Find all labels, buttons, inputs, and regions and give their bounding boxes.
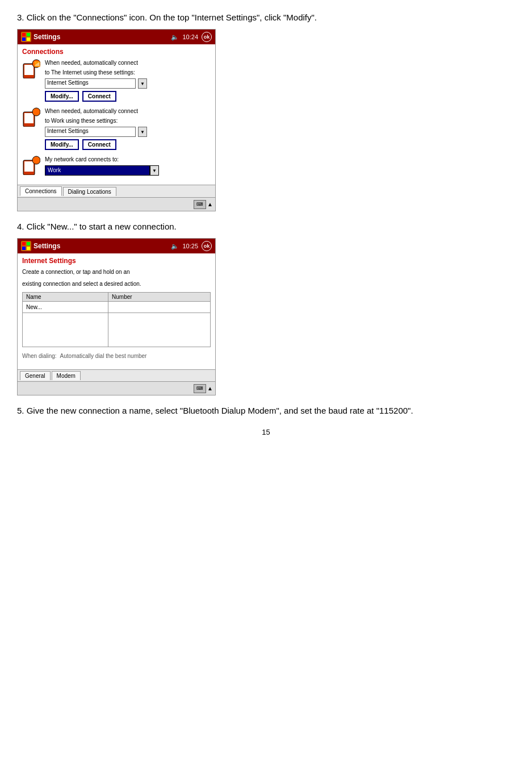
connections-tabs: Connections Dialing Locations <box>18 185 215 197</box>
windows-logo: Settings <box>21 32 60 42</box>
inet-desc-line2: existing connection and select a desired… <box>22 280 211 288</box>
windows-logo-icon <box>21 32 31 42</box>
inet-new-row[interactable]: New... <box>23 302 211 313</box>
inet-tab-modem[interactable]: Modem <box>52 371 81 380</box>
expand-icon[interactable]: ▲ <box>207 201 213 207</box>
work-desc-line2: to Work using these settings: <box>45 117 211 124</box>
inet-table-col-name: Name <box>23 293 108 302</box>
inet-desc-line1: Create a connection, or tap and hold on … <box>22 268 211 276</box>
network-card-info: My network card connects to: Work ▼ <box>45 156 211 176</box>
inet-logo: Settings <box>21 241 60 251</box>
work-connect-button[interactable]: Connect <box>82 139 116 150</box>
svg-text:📶: 📶 <box>34 61 40 68</box>
internet-settings-screenshot: Settings 🔈 10:25 ok Internet Settings Cr… <box>17 238 216 395</box>
network-card-icon <box>22 156 40 174</box>
inet-new-cell[interactable]: New... <box>23 302 108 313</box>
connections-ok-button[interactable]: ok <box>202 32 212 42</box>
svg-rect-9 <box>24 113 33 123</box>
network-card-arrow[interactable]: ▼ <box>150 165 159 176</box>
inet-tab-general[interactable]: General <box>20 371 51 380</box>
inet-time: 10:25 <box>182 243 198 249</box>
internet-select[interactable]: Internet Settings <box>45 78 136 89</box>
work-select[interactable]: Internet Settings <box>45 127 136 137</box>
svg-point-13 <box>32 156 40 164</box>
svg-rect-12 <box>24 161 33 172</box>
inet-dialing-value: Automatically dial the best number <box>60 353 147 359</box>
work-button-row: Modify... Connect <box>45 139 211 150</box>
inet-empty-row-1 <box>23 313 211 347</box>
network-card-dropdown: Work ▼ <box>45 165 211 176</box>
connections-titlebar: Settings 🔈 10:24 ok <box>18 30 215 44</box>
work-dropdown-row: Internet Settings ▼ <box>45 127 211 137</box>
inet-connections-table: Name Number New... <box>22 292 211 347</box>
inet-ok-button[interactable]: ok <box>202 241 212 251</box>
svg-rect-14 <box>22 242 26 245</box>
inet-titlebar-right: 🔈 10:25 ok <box>171 241 212 251</box>
inet-expand-icon[interactable]: ▲ <box>207 385 213 391</box>
connections-volume-icon: 🔈 <box>171 34 179 41</box>
inet-logo-icon <box>21 241 31 251</box>
network-card-desc: My network card connects to: <box>45 156 211 163</box>
internet-dropdown-arrow[interactable]: ▼ <box>138 78 147 89</box>
connections-toolbar: ⌨ ▲ <box>18 197 215 211</box>
connections-time: 10:24 <box>182 34 198 40</box>
keyboard-icon[interactable]: ⌨ <box>194 200 206 209</box>
svg-rect-2 <box>22 38 26 41</box>
internet-icon: 📶 <box>22 59 40 77</box>
work-connection-row: When needed, automatically connect to Wo… <box>22 107 211 150</box>
connections-screenshot: Settings 🔈 10:24 ok Connections 📶 When n… <box>17 29 216 211</box>
work-dropdown-arrow[interactable]: ▼ <box>138 127 147 137</box>
internet-button-row: Modify... Connect <box>45 91 211 102</box>
inet-dialing-row: When dialing: Automatically dial the bes… <box>22 351 211 361</box>
connections-section-title: Connections <box>22 48 211 56</box>
svg-rect-0 <box>22 33 26 36</box>
internet-dropdown-row: Internet Settings ▼ <box>45 78 211 89</box>
connections-content: Connections 📶 When needed, automatically… <box>18 44 215 185</box>
connections-tab-dialing[interactable]: Dialing Locations <box>63 187 116 196</box>
inet-empty-cell-1 <box>23 313 108 347</box>
page-number: 15 <box>17 428 515 436</box>
svg-point-10 <box>32 108 40 116</box>
step3-instruction: 3. Click on the "Connections" icon. On t… <box>17 11 515 23</box>
inet-toolbar: ⌨ ▲ <box>18 381 215 395</box>
inet-empty-cell-2 <box>108 313 211 347</box>
svg-rect-17 <box>27 247 30 250</box>
inet-titlebar: Settings 🔈 10:25 ok <box>18 239 215 253</box>
internet-connection-info: When needed, automatically connect to Th… <box>45 59 211 102</box>
step4-instruction: 4. Click "New..." to start a new connect… <box>17 220 515 232</box>
inet-volume-icon: 🔈 <box>171 243 179 250</box>
network-card-select[interactable]: Work <box>45 165 150 176</box>
svg-rect-16 <box>22 247 26 250</box>
work-desc-line1: When needed, automatically connect <box>45 107 211 115</box>
svg-rect-5 <box>24 65 33 75</box>
svg-rect-1 <box>27 33 30 36</box>
inet-dialing-label: When dialing: <box>22 353 57 359</box>
svg-rect-15 <box>27 242 30 245</box>
connections-titlebar-right: 🔈 10:24 ok <box>171 32 212 42</box>
inet-new-number-cell <box>108 302 211 313</box>
work-modify-button[interactable]: Modify... <box>45 139 79 150</box>
internet-connect-button[interactable]: Connect <box>82 91 116 102</box>
inet-tabs: General Modem <box>18 369 215 381</box>
inet-keyboard-icon[interactable]: ⌨ <box>194 384 206 393</box>
internet-desc-line1: When needed, automatically connect <box>45 59 211 66</box>
inet-table-col-number: Number <box>108 293 211 302</box>
inet-title-text: Settings <box>33 242 60 250</box>
connections-title-text: Settings <box>33 33 60 41</box>
step5-instruction: 5. Give the new connection a name, selec… <box>17 405 515 416</box>
network-card-row: My network card connects to: Work ▼ <box>22 156 211 176</box>
inet-content: Internet Settings Create a connection, o… <box>18 253 215 369</box>
internet-desc-line2: to The Internet using these settings: <box>45 69 211 76</box>
svg-rect-3 <box>27 38 30 41</box>
internet-modify-button[interactable]: Modify... <box>45 91 79 102</box>
connections-tab-connections[interactable]: Connections <box>20 186 62 196</box>
internet-connection-row: 📶 When needed, automatically connect to … <box>22 59 211 102</box>
inet-section-title: Internet Settings <box>22 257 211 265</box>
work-connection-info: When needed, automatically connect to Wo… <box>45 107 211 150</box>
work-icon <box>22 107 40 126</box>
